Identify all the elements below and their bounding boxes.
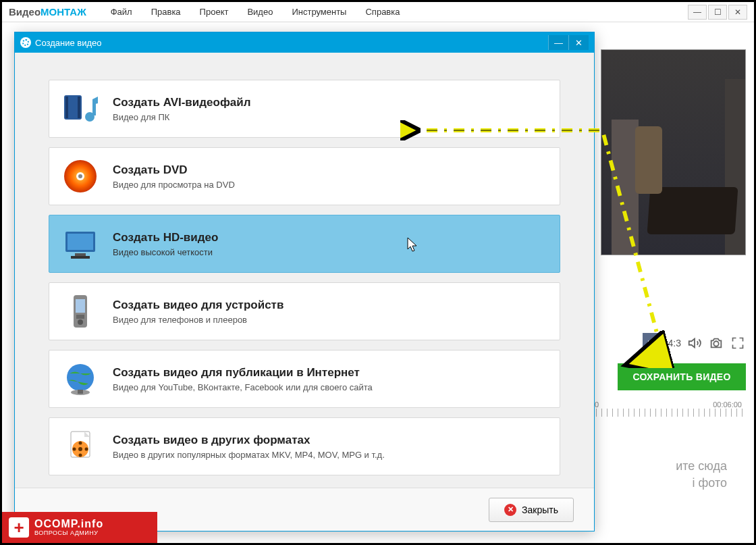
video-preview[interactable] [601,49,746,255]
window-controls: — ☐ ✕ [688,5,747,20]
close-label: Закрыть [522,504,558,515]
plus-icon: + [9,517,29,538]
app-brand: ВидеоМОНТАЖ [9,6,86,18]
save-video-button[interactable]: СОХРАНИТЬ ВИДЕО [618,363,746,390]
option-globe[interactable]: Создать видео для публикации в ИнтернетВ… [49,350,560,408]
monitor-icon [61,225,99,263]
drop-hint: ите сюда і фото [676,458,727,492]
svg-point-14 [78,319,83,325]
svg-rect-9 [68,234,93,250]
option-subtitle: Видео высокой четкости [113,247,218,257]
option-monitor[interactable]: Создать HD-видеоВидео высокой четкости [49,215,560,273]
watermark-badge: + OCOMP.info ВОПРОСЫ АДМИНУ [2,512,157,543]
option-dvd[interactable]: Создать DVDВидео для просмотра на DVD [49,147,560,205]
dialog-close-button[interactable]: ✕ [568,35,589,50]
option-list: Создать AVI-видеофайлВидео для ПКСоздать… [49,80,560,475]
reel-icon [20,37,31,48]
svg-rect-1 [65,97,68,118]
svg-point-22 [79,442,82,445]
svg-point-7 [78,174,82,178]
globe-icon [61,360,99,398]
option-phone[interactable]: Создать видео для устройствВидео для тел… [49,282,560,340]
svg-point-16 [67,364,94,391]
option-film-music[interactable]: Создать AVI-видеофайлВидео для ПК [49,80,560,138]
option-subtitle: Видео для телефонов и плееров [113,315,284,325]
timeline[interactable]: 0 00:06:00 [591,400,746,417]
fullscreen-icon[interactable] [730,335,746,351]
dvd-icon [61,157,99,195]
film-music-icon [61,90,99,128]
svg-rect-2 [78,97,80,118]
option-title: Создать видео в других форматах [113,434,385,447]
svg-point-21 [78,447,82,451]
svg-rect-11 [71,256,90,259]
option-subtitle: Видео в других популярных форматах MKV, … [113,450,385,460]
dialog-titlebar[interactable]: Создание видео — ✕ [15,32,594,53]
svg-rect-10 [75,253,86,256]
menu-help[interactable]: Справка [357,4,408,20]
option-title: Создать DVD [113,163,235,177]
player-controls: ▶| 4:3 [643,333,746,353]
menu-edit[interactable]: Правка [143,4,189,20]
close-button[interactable]: ✕ [728,5,747,20]
option-subtitle: Видео для YouTube, ВКонтакте, Facebook и… [113,382,373,392]
svg-rect-18 [78,390,83,394]
next-button[interactable]: ▶| [643,333,663,353]
volume-icon[interactable] [686,335,703,351]
camera-icon[interactable] [708,335,724,351]
svg-point-24 [73,448,76,451]
svg-point-25 [85,448,88,451]
time-mark: 0 [595,400,599,409]
phone-icon [61,292,99,330]
svg-rect-15 [76,315,84,319]
maximize-button[interactable]: ☐ [708,5,727,20]
create-video-dialog: Создание видео — ✕ Создать AVI-видеофайл… [14,32,595,531]
close-x-icon: ✕ [504,504,516,516]
time-mark: 00:06:00 [713,400,742,409]
menu-tools[interactable]: Инструменты [284,4,354,20]
minimize-button[interactable]: — [688,5,707,20]
option-title: Создать видео для устройств [113,299,284,312]
filereel-icon [61,427,99,465]
menu-video[interactable]: Видео [239,4,281,20]
menu-bar: ВидеоМОНТАЖ Файл Правка Проект Видео Инс… [2,2,754,22]
aspect-ratio[interactable]: 4:3 [668,338,681,348]
menu-project[interactable]: Проект [192,4,237,20]
option-title: Создать HD-видео [113,231,218,244]
dialog-title-text: Создание видео [35,38,101,48]
option-title: Создать AVI-видеофайл [113,96,250,109]
svg-rect-13 [76,299,85,313]
menu-file[interactable]: Файл [103,4,140,20]
svg-point-23 [79,454,82,457]
option-subtitle: Видео для просмотра на DVD [113,180,235,190]
option-subtitle: Видео для ПК [113,112,250,122]
option-title: Создать видео для публикации в Интернет [113,366,373,380]
option-filereel[interactable]: Создать видео в других форматахВидео в д… [49,417,560,475]
dialog-minimize-button[interactable]: — [548,35,568,50]
close-button-footer[interactable]: ✕ Закрыть [489,498,574,522]
